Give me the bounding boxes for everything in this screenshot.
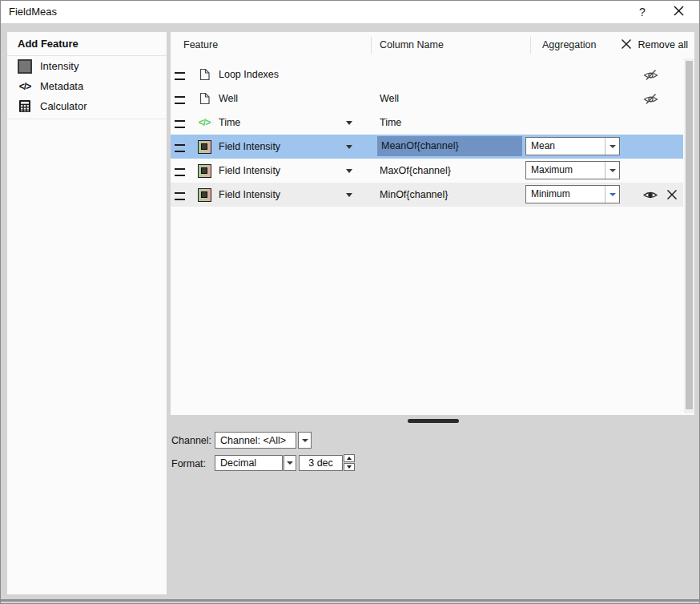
header-separator (530, 37, 531, 54)
aggregation-combobox[interactable]: Minimum (525, 185, 620, 203)
vertical-scrollbar[interactable] (684, 58, 694, 413)
remove-all-label: Remove all (638, 39, 688, 50)
document-icon (197, 67, 211, 82)
aggregation-value: Maximum (531, 162, 573, 179)
feature-dropdown-icon[interactable] (346, 121, 352, 125)
visibility-off-button[interactable] (642, 92, 659, 105)
close-button[interactable] (666, 1, 691, 23)
column-header-feature: Feature (183, 39, 218, 50)
code-green-icon: </> (197, 115, 211, 130)
remove-row-button[interactable] (665, 188, 679, 201)
drag-handle-icon[interactable] (175, 72, 185, 80)
column-name-cell[interactable]: Time (380, 111, 401, 135)
feature-dropdown-icon[interactable] (346, 169, 352, 173)
decimals-stepper (344, 454, 355, 472)
drag-handle-icon[interactable] (175, 96, 185, 104)
remove-all-button[interactable]: Remove all (621, 36, 688, 54)
feature-name: Well (219, 87, 238, 111)
sidebar-item-label: Calculator (40, 100, 87, 112)
feature-name[interactable]: Field Intensity (219, 135, 280, 159)
table-row[interactable]: Field IntensityMaxOf{channel}Maximum (171, 159, 683, 183)
decimals-field[interactable]: 3 dec (299, 455, 343, 471)
chevron-down-icon (302, 439, 308, 442)
header-separator (371, 37, 372, 54)
table-row[interactable]: </>TimeTime (171, 111, 683, 135)
column-name-cell[interactable]: Well (380, 87, 399, 111)
feature-table-panel: Feature Column Name Aggregation Remove a… (171, 32, 694, 415)
channel-label: Channel: (171, 435, 211, 446)
format-label: Format: (171, 458, 206, 469)
sidebar-item-label: Intensity (40, 60, 78, 72)
column-name-cell[interactable]: MeanOf{channel} (377, 136, 522, 156)
sidebar-divider (7, 119, 167, 119)
table-row[interactable]: WellWell (171, 87, 683, 111)
table-row[interactable]: Loop Indexes (171, 62, 683, 87)
help-button[interactable]: ? (632, 1, 653, 23)
field-intensity-icon (197, 187, 211, 202)
aggregation-combobox[interactable]: Mean (525, 137, 620, 155)
aggregation-dropdown-button[interactable] (605, 186, 619, 203)
feature-name[interactable]: Field Intensity (219, 159, 280, 183)
close-icon (673, 5, 685, 20)
drag-handle-icon[interactable] (175, 120, 185, 128)
sidebar-item-metadata[interactable]: </>Metadata (7, 76, 167, 96)
field-intensity-icon (197, 139, 211, 154)
feature-name: Loop Indexes (219, 62, 279, 87)
intensity-icon (17, 59, 33, 74)
sidebar-item-calculator[interactable]: Calculator (7, 96, 167, 116)
sidebar-item-intensity[interactable]: Intensity (7, 56, 167, 76)
stepper-down-button[interactable] (344, 463, 355, 471)
window-title: FieldMeas (9, 1, 57, 23)
feature-name[interactable]: Field Intensity (219, 183, 280, 207)
aggregation-combobox[interactable]: Maximum (525, 161, 620, 179)
chevron-down-icon (609, 193, 616, 196)
channel-value: Channel: <All> (215, 433, 296, 449)
stepper-up-button[interactable] (344, 454, 355, 462)
column-header-column-name: Column Name (380, 39, 444, 50)
sidebar-item-label: Metadata (40, 80, 83, 92)
format-value: Decimal (215, 456, 282, 471)
add-feature-heading: Add Feature (7, 32, 167, 56)
feature-dropdown-icon[interactable] (346, 145, 352, 149)
field-intensity-icon (197, 163, 211, 178)
column-header-aggregation: Aggregation (542, 39, 596, 50)
window-frame-bottom (1, 599, 699, 602)
aggregation-value: Minimum (531, 186, 570, 203)
column-name-cell[interactable]: MaxOf{channel} (380, 159, 451, 183)
aggregation-dropdown-button[interactable] (605, 138, 619, 155)
chevron-down-icon (609, 169, 616, 172)
table-header: Feature Column Name Aggregation Remove a… (171, 32, 694, 58)
scrollbar-thumb[interactable] (686, 61, 693, 409)
drag-handle-icon[interactable] (175, 168, 185, 176)
visibility-on-button[interactable] (642, 188, 659, 201)
calculator-icon (17, 99, 33, 114)
splitter-handle[interactable] (408, 419, 459, 423)
feature-name[interactable]: Time (219, 111, 240, 135)
visibility-off-button[interactable] (642, 68, 659, 81)
fieldmeas-dialog: FieldMeas ? Add Feature Intensity</>Meta… (0, 0, 700, 604)
chevron-down-icon (609, 145, 616, 148)
table-row[interactable]: Field IntensityMeanOf{channel}Mean (171, 135, 683, 159)
channel-dropdown-button[interactable] (298, 432, 312, 449)
format-dropdown-button[interactable] (284, 455, 296, 471)
add-feature-panel: Add Feature Intensity</>MetadataCalculat… (7, 32, 167, 594)
feature-dropdown-icon[interactable] (346, 193, 352, 197)
channel-combobox[interactable]: Channel: <All> (215, 432, 296, 449)
document-icon (197, 91, 211, 106)
arrow-down-icon (347, 465, 352, 469)
arrow-up-icon (347, 457, 352, 460)
aggregation-dropdown-button[interactable] (605, 162, 619, 179)
format-combobox[interactable]: Decimal (215, 455, 283, 471)
drag-handle-icon[interactable] (175, 144, 185, 152)
column-name-cell[interactable]: MinOf{channel} (380, 183, 448, 207)
title-bar: FieldMeas ? (1, 1, 699, 23)
chevron-down-icon (287, 461, 293, 465)
drag-handle-icon[interactable] (175, 192, 185, 200)
table-row[interactable]: Field IntensityMinOf{channel}Minimum (171, 183, 683, 207)
remove-all-x-icon (621, 38, 632, 52)
aggregation-value: Mean (531, 138, 555, 155)
code-icon: </> (17, 79, 33, 94)
